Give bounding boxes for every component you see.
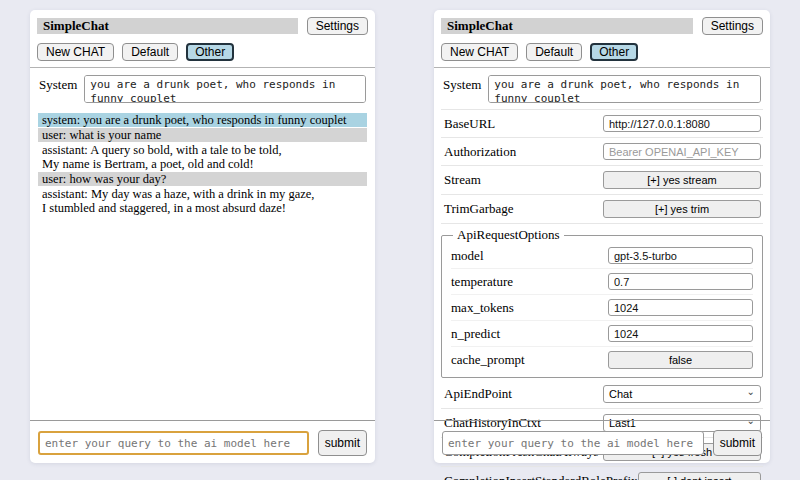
settings-button[interactable]: Settings (702, 17, 763, 35)
model-input[interactable] (608, 247, 753, 264)
tab-default[interactable]: Default (526, 43, 582, 61)
system-prompt-row: System you are a drunk poet, who respond… (443, 75, 761, 103)
authorization-label: Authorization (444, 144, 516, 160)
divider (30, 67, 375, 68)
trimgarbage-label: TrimGarbage (444, 201, 514, 217)
baseurl-input[interactable] (603, 115, 761, 132)
baseurl-label: BaseURL (444, 116, 495, 132)
api-request-options-legend: ApiRequestOptions (453, 227, 564, 243)
chat-message-user: user: how was your day? (38, 172, 367, 186)
system-prompt-row: System you are a drunk poet, who respond… (39, 75, 366, 103)
api-endpoint-selected-value: Chat (609, 388, 632, 400)
submit-button[interactable]: submit (318, 430, 367, 456)
setting-row-cache-prompt: cache_prompt false (451, 346, 753, 373)
chat-message-assistant: assistant: My day was a haze, with a dri… (38, 187, 367, 215)
api-endpoint-label: ApiEndPoint (444, 386, 512, 402)
app-title: SimpleChat (37, 18, 298, 34)
setting-row-baseurl: BaseURL (441, 110, 763, 138)
query-input[interactable] (442, 431, 704, 455)
settings-panel: SimpleChat Settings New CHAT Default Oth… (434, 10, 770, 463)
divider (434, 67, 770, 68)
stream-label: Stream (444, 172, 481, 188)
assistant-line: assistant: My day was a haze, with a dri… (42, 187, 363, 201)
title-row: SimpleChat Settings (441, 17, 763, 35)
assistant-line: I stumbled and staggered, in a most absu… (42, 201, 363, 215)
chat-toolbar: New CHAT Default Other (441, 43, 763, 61)
api-request-options-fieldset: ApiRequestOptions model temperature max_… (441, 227, 763, 378)
system-prompt-input[interactable]: you are a drunk poet, who responds in fu… (84, 75, 366, 103)
settings-button[interactable]: Settings (307, 17, 368, 35)
cache-prompt-toggle-button[interactable]: false (608, 351, 753, 369)
chat-panel: SimpleChat Settings New CHAT Default Oth… (30, 10, 375, 463)
tab-other[interactable]: Other (186, 43, 234, 61)
max-tokens-input[interactable] (608, 299, 753, 316)
chat-message-assistant: assistant: A query so bold, with a tale … (38, 143, 367, 171)
chat-message-user: user: what is your name (38, 128, 367, 142)
query-input[interactable] (38, 431, 309, 455)
setting-row-completion-insert: CompletionInsertStandardRolePrefix [-] d… (441, 467, 763, 480)
query-footer: submit (30, 420, 375, 456)
new-chat-button[interactable]: New CHAT (37, 43, 114, 61)
tab-other[interactable]: Other (590, 43, 638, 61)
stream-toggle-button[interactable]: [+] yes stream (603, 171, 761, 189)
divider (434, 420, 770, 421)
system-prompt-input[interactable]: you are a drunk poet, who responds in fu… (488, 75, 761, 103)
api-endpoint-select[interactable]: Chat ⌄ (603, 385, 761, 403)
trimgarbage-toggle-button[interactable]: [+] yes trim (603, 200, 761, 218)
temperature-input[interactable] (608, 273, 753, 290)
n-predict-input[interactable] (608, 325, 753, 342)
submit-button[interactable]: submit (713, 430, 762, 456)
setting-row-authorization: Authorization (441, 138, 763, 166)
divider (30, 420, 375, 421)
cache-prompt-label: cache_prompt (451, 352, 525, 368)
app-title: SimpleChat (441, 18, 693, 34)
tab-default[interactable]: Default (122, 43, 178, 61)
n-predict-label: n_predict (451, 326, 500, 342)
model-label: model (451, 248, 484, 264)
chevron-down-icon: ⌄ (747, 388, 755, 396)
temperature-label: temperature (451, 274, 513, 290)
setting-row-stream: Stream [+] yes stream (441, 166, 763, 195)
completion-insert-toggle-button[interactable]: [-] dont insert (638, 472, 761, 480)
title-row: SimpleChat Settings (37, 17, 368, 35)
setting-row-max-tokens: max_tokens (451, 294, 753, 320)
chat-toolbar: New CHAT Default Other (37, 43, 368, 61)
chat-message-system: system: you are a drunk poet, who respon… (38, 113, 367, 127)
authorization-input[interactable] (603, 143, 761, 160)
setting-row-temperature: temperature (451, 268, 753, 294)
setting-row-model: model (451, 243, 753, 268)
assistant-line: My name is Bertram, a poet, old and cold… (42, 157, 363, 171)
setting-row-trimgarbage: TrimGarbage [+] yes trim (441, 195, 763, 224)
assistant-line: assistant: A query so bold, with a tale … (42, 143, 363, 157)
completion-insert-label: CompletionInsertStandardRolePrefix (444, 473, 638, 480)
setting-row-n-predict: n_predict (451, 320, 753, 346)
system-label: System (443, 75, 481, 103)
setting-row-api-endpoint: ApiEndPoint Chat ⌄ (441, 380, 763, 409)
new-chat-button[interactable]: New CHAT (441, 43, 518, 61)
query-footer: submit (434, 420, 770, 456)
system-label: System (39, 75, 77, 103)
max-tokens-label: max_tokens (451, 300, 514, 316)
chat-message-list: system: you are a drunk poet, who respon… (38, 113, 367, 215)
